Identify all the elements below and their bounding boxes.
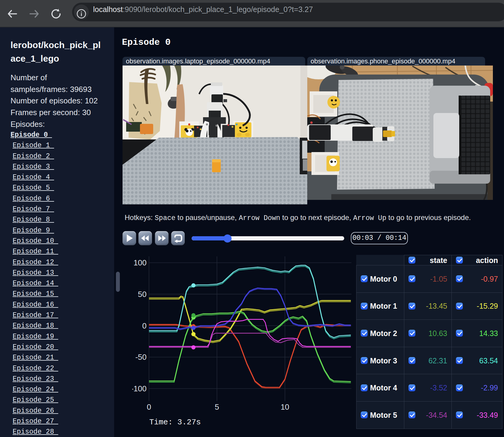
- svg-text:0: 0: [147, 402, 151, 411]
- svg-text:10: 10: [281, 402, 289, 411]
- svg-text:-50: -50: [135, 353, 147, 362]
- svg-text:0: 0: [142, 321, 147, 330]
- svg-text:5: 5: [215, 402, 219, 411]
- svg-text:50: 50: [138, 290, 147, 299]
- svg-text:Time: 3.27s: Time: 3.27s: [149, 418, 201, 427]
- svg-text:100: 100: [134, 258, 147, 267]
- svg-text:-100: -100: [132, 384, 147, 393]
